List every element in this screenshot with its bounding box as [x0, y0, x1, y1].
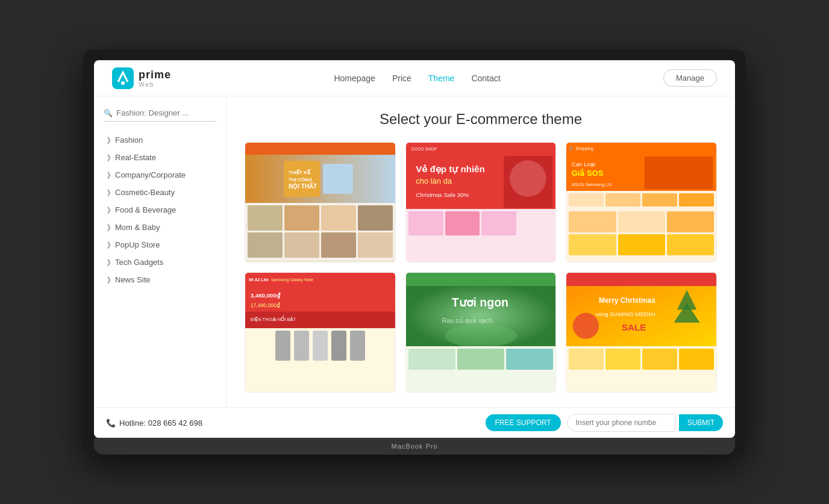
svg-text:3,460,000₫: 3,460,000₫ [251, 292, 281, 299]
svg-text:ASUS Samsung LG: ASUS Samsung LG [572, 182, 612, 187]
laptop-container: prime Web Homepage Price Theme Contact M… [83, 49, 746, 455]
search-box: 🔍 [104, 108, 216, 122]
sidebar-item-corporate[interactable]: ❱ Company/Corporate [94, 166, 226, 184]
chevron-right-icon: ❱ [106, 223, 111, 231]
svg-rect-6 [323, 164, 353, 194]
sidebar-item-cosmetic[interactable]: ❱ Cosmetic-Beauty [94, 184, 226, 201]
svg-text:cho làn da: cho làn da [416, 176, 452, 185]
svg-rect-17 [645, 157, 713, 189]
phone-icon: 📞 [106, 418, 116, 428]
navbar: prime Web Homepage Price Theme Contact M… [94, 60, 735, 96]
phone-input[interactable] [567, 414, 675, 432]
svg-text:Rau củ quả sạch: Rau củ quả sạch [442, 317, 492, 325]
sidebar-item-popup[interactable]: ❱ PopUp Store [94, 236, 226, 254]
theme-card-phone[interactable]: Mi A2 Lite Samsung Galaxy Note 3,460,000… [245, 272, 396, 393]
svg-point-1 [121, 81, 125, 85]
laptop-label: MacBook Pro [391, 443, 437, 450]
svg-text:THI CÔNG: THI CÔNG [289, 177, 312, 182]
svg-text:Vẻ đẹp tự nhiên: Vẻ đẹp tự nhiên [416, 164, 485, 174]
sidebar-item-mom[interactable]: ❱ Mom & Baby [94, 219, 226, 236]
chevron-right-icon: ❱ [106, 188, 111, 196]
svg-text:Tươi ngon: Tươi ngon [451, 296, 508, 309]
page-title: Select your E-commerce theme [245, 111, 717, 128]
svg-text:Christmas Sale 30%: Christmas Sale 30% [416, 191, 469, 198]
sidebar-item-food[interactable]: ❱ Food & Beverage [94, 201, 226, 219]
search-icon: 🔍 [104, 109, 113, 117]
svg-text:NỘI THẤT: NỘI THẤT [289, 182, 317, 190]
svg-text:17,490,000₫: 17,490,000₫ [251, 302, 280, 308]
svg-text:Merry Christmas: Merry Christmas [599, 296, 655, 305]
logo-area: prime Web [112, 67, 171, 89]
chevron-right-icon: ❱ [106, 276, 111, 284]
svg-point-12 [510, 160, 546, 197]
laptop-base: MacBook Pro [94, 438, 735, 455]
theme-card-furniture[interactable]: THIẾT KẾ THI CÔNG NỘI THẤT [245, 142, 396, 263]
manage-button[interactable]: Manage [663, 69, 717, 87]
chevron-right-icon: ❱ [106, 171, 111, 179]
chevron-right-icon: ❱ [106, 154, 111, 161]
chevron-right-icon: ❱ [106, 258, 111, 266]
nav-contact[interactable]: Contact [471, 73, 500, 83]
theme-card-beauty[interactable]: COCO SHOP Vẻ đẹp tự nhiên cho làn da Chr… [405, 142, 557, 263]
svg-text:cùng GAMING MEDIA!: cùng GAMING MEDIA! [596, 311, 655, 317]
sidebar-item-fashion[interactable]: ❱ Fashion [94, 131, 226, 149]
screen: prime Web Homepage Price Theme Contact M… [94, 60, 735, 438]
sidebar-item-realestate[interactable]: ❱ Real-Estate [94, 149, 226, 166]
search-input[interactable] [116, 108, 216, 117]
logo-web: Web [139, 81, 171, 88]
main-content: 🔍 ❱ Fashion ❱ Real-Estate ❱ Company/Corp… [94, 96, 735, 407]
svg-text:SALE: SALE [622, 322, 646, 332]
theme-card-tech[interactable]: 🛒 Shopping Can Loại Giả SOS ASUS Samsung… [566, 142, 717, 263]
free-support-button[interactable]: FREE SUPPORT [486, 414, 561, 431]
bottom-bar: 📞 Hotline: 028 665 42 698 FREE SUPPORT S… [94, 407, 735, 438]
sidebar-item-news[interactable]: ❱ News Site [94, 271, 226, 288]
nav-links: Homepage Price Theme Contact [334, 73, 500, 83]
right-content: Select your E-commerce theme THIẾT KẾ TH… [227, 96, 735, 407]
logo-text-area: prime Web [139, 69, 171, 88]
nav-price[interactable]: Price [392, 73, 411, 83]
svg-point-31 [573, 313, 599, 339]
themes-grid: THIẾT KẾ THI CÔNG NỘI THẤT [245, 142, 717, 393]
theme-card-christmas[interactable]: Merry Christmas cùng GAMING MEDIA! SALE [566, 272, 717, 393]
chevron-right-icon: ❱ [106, 136, 111, 144]
chevron-right-icon: ❱ [106, 206, 111, 214]
sidebar: 🔍 ❱ Fashion ❱ Real-Estate ❱ Company/Corp… [94, 96, 227, 407]
hotline-area: 📞 Hotline: 028 665 42 698 [106, 418, 202, 428]
submit-button[interactable]: SUBMIT [679, 414, 723, 431]
sidebar-item-tech[interactable]: ❱ Tech Gadgets [94, 254, 226, 271]
nav-theme[interactable]: Theme [428, 73, 455, 83]
hotline-label: Hotline: 028 665 42 698 [119, 418, 202, 428]
chevron-right-icon: ❱ [106, 241, 111, 249]
logo-icon [112, 67, 134, 89]
svg-text:Giả SOS: Giả SOS [572, 169, 604, 178]
nav-homepage[interactable]: Homepage [334, 73, 375, 83]
theme-card-food[interactable]: Tươi ngon Rau củ quả sạch [405, 272, 557, 393]
logo-prime: prime [139, 69, 171, 81]
support-area: FREE SUPPORT SUBMIT [486, 414, 723, 432]
svg-text:THIẾT KẾ: THIẾT KẾ [289, 169, 311, 175]
svg-text:Can Loại: Can Loại [572, 161, 596, 167]
